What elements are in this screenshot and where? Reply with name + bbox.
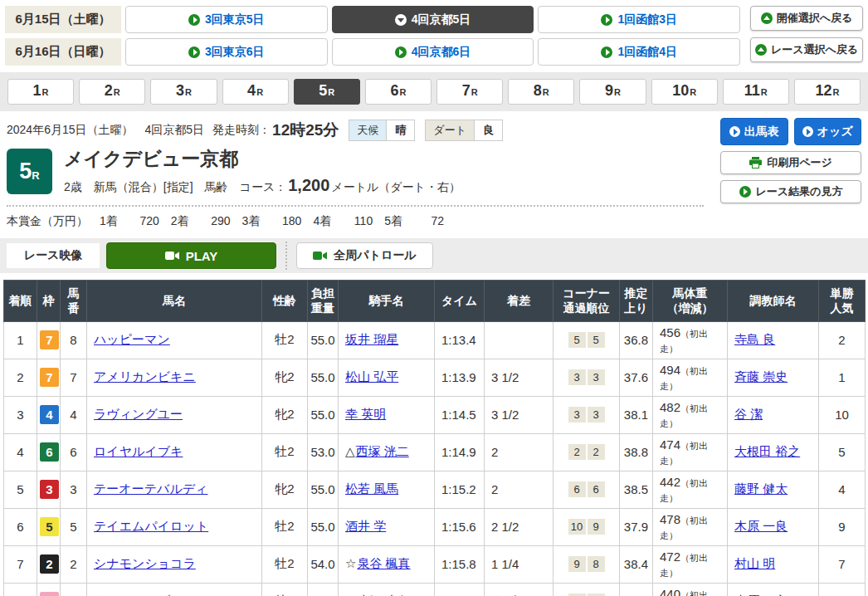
- carried-weight: 54.0: [308, 583, 339, 596]
- corner-position: 6: [588, 481, 605, 497]
- sex-age: 牡2: [262, 508, 308, 545]
- play-label: PLAY: [186, 249, 218, 263]
- horse-name-cell: シナモンショコラ: [87, 545, 262, 583]
- jockey-name-link[interactable]: 松若 風馬: [345, 481, 398, 496]
- horse-weight-value: 472: [660, 550, 680, 564]
- horse-name-link[interactable]: アメリカンビキニ: [94, 369, 196, 383]
- race-tab-number: 5: [319, 82, 327, 100]
- arrow-right-icon: [729, 126, 740, 137]
- race-tab-8R[interactable]: 8R: [508, 79, 574, 105]
- jockey-name-link[interactable]: 松山 弘平: [345, 369, 398, 383]
- trainer-name-link[interactable]: 谷 潔: [734, 407, 763, 421]
- estimated-last-3f: 38.5: [620, 471, 653, 508]
- horse-name-link[interactable]: ラヴィングユー: [94, 407, 183, 421]
- jockey-cell: 松山 弘平: [339, 359, 435, 396]
- horse-weight-value: 474: [660, 437, 680, 452]
- result-row: 722シナモンショコラ牡254.0☆泉谷 楓真1:15.81 1/49838.4…: [4, 545, 866, 583]
- finish-position: 7: [4, 545, 37, 583]
- jockey-name-link[interactable]: 幸 英明: [345, 407, 386, 421]
- trainer-name-link[interactable]: 寺島 良: [734, 332, 775, 346]
- race-tab-5R[interactable]: 5R: [294, 79, 360, 105]
- start-time-label: 発走時刻：: [212, 123, 271, 138]
- entries-label: 出馬表: [744, 125, 779, 139]
- meeting-button[interactable]: 4回京都6日: [332, 38, 534, 66]
- race-tab-suffix: R: [761, 87, 768, 97]
- meeting-button[interactable]: 3回東京6日: [125, 38, 328, 66]
- meeting-button[interactable]: 3回東京5日: [125, 6, 328, 33]
- horse-number: 7: [61, 359, 87, 396]
- prize-label: 本賞金（万円）: [7, 214, 88, 229]
- estimated-last-3f: 38.8: [620, 433, 653, 471]
- trainer-name-link[interactable]: 大根田 裕之: [734, 444, 800, 458]
- arrow-right-icon: [601, 46, 612, 58]
- trainer-name-link[interactable]: 藤野 健太: [734, 481, 788, 496]
- race-tab-11R[interactable]: 11R: [723, 79, 789, 105]
- prize-money-line: 本賞金（万円） 1着720 2着290 3着180 4着110 5着72: [7, 205, 704, 229]
- horse-number: 4: [61, 396, 87, 433]
- trainer-cell: 寺島 良: [728, 321, 819, 359]
- carried-weight: 53.0: [308, 433, 339, 471]
- corner-position: 3: [588, 407, 605, 423]
- horse-name-link[interactable]: テーオーテバルディ: [94, 481, 207, 496]
- meeting-button[interactable]: 1回函館3日: [538, 6, 740, 33]
- carried-weight: 54.0: [308, 545, 339, 583]
- print-page-button[interactable]: 印刷用ページ: [720, 151, 861, 174]
- carried-weight: 55.0: [308, 471, 339, 508]
- back-to-meeting-select-button[interactable]: 開催選択へ戻る: [750, 6, 863, 31]
- horse-name-link[interactable]: ハッピーマン: [94, 332, 170, 346]
- jockey-cell: 幸 英明: [339, 396, 435, 433]
- prize-1: 1着720: [100, 214, 159, 229]
- sex-age: 牡2: [262, 545, 308, 583]
- horse-number: 8: [61, 321, 87, 359]
- start-time-value: 12時25分: [272, 120, 339, 141]
- trainer-name-link[interactable]: 木原 一良: [734, 519, 788, 533]
- jockey-name-link[interactable]: 西塚 洸二: [356, 444, 409, 458]
- race-tab-1R[interactable]: 1R: [7, 79, 74, 105]
- jockey-name-link[interactable]: 坂井 瑠星: [345, 332, 398, 346]
- race-tab-7R[interactable]: 7R: [436, 79, 503, 105]
- patrol-video-button[interactable]: 全周パトロール: [296, 242, 433, 269]
- win-popularity: 2: [819, 321, 866, 359]
- horse-weight-value: 456: [660, 325, 680, 340]
- horse-name-cell: テーオーテバルディ: [87, 471, 262, 508]
- jockey-name-link[interactable]: 泉谷 楓真: [357, 556, 410, 570]
- race-tab-3R[interactable]: 3R: [150, 79, 217, 105]
- horse-name-link[interactable]: シナモンショコラ: [94, 556, 196, 570]
- video-bar-divider: [285, 242, 287, 270]
- race-title-block: メイクデビュー京都 2歳 新馬（混合）[指定] 馬齢 コース： 1,200 メー…: [64, 149, 461, 195]
- race-video-play-button[interactable]: PLAY: [106, 242, 276, 269]
- race-tab-2R[interactable]: 2R: [79, 79, 145, 105]
- horse-name-link[interactable]: テイエムパイロット: [94, 519, 208, 533]
- horse-name-link[interactable]: ロイヤルイブキ: [94, 444, 183, 458]
- result-row: 533テーオーテバルディ牝255.0松若 風馬1:15.226638.5442（…: [4, 471, 866, 508]
- frame-badge: 2: [40, 554, 59, 574]
- race-tab-12R[interactable]: 12R: [794, 79, 861, 105]
- back-to-race-select-button[interactable]: レース選択へ戻る: [750, 37, 863, 62]
- frame-cell: 5: [37, 508, 61, 545]
- race-results-table: 着順枠馬番馬名性齢負担重量騎手名タイム着差コーナー通過順位推定上り馬体重（増減）…: [3, 280, 866, 596]
- course-distance: 1,200: [288, 176, 329, 195]
- meeting-button[interactable]: 1回函館4日: [538, 38, 740, 66]
- trainer-name-link[interactable]: 斉藤 崇史: [734, 369, 788, 383]
- odds-button[interactable]: オッズ: [794, 118, 862, 145]
- sex-age: 牝2: [262, 471, 308, 508]
- horse-weight-value: 482: [660, 400, 680, 414]
- header-row: 着順枠馬番馬名性齢負担重量騎手名タイム着差コーナー通過順位推定上り馬体重（増減）…: [4, 281, 866, 321]
- meeting-label: 3回東京6日: [205, 45, 265, 60]
- frame-badge: 3: [40, 480, 59, 499]
- jockey-name-link[interactable]: 酒井 学: [345, 519, 386, 533]
- trainer-name-link[interactable]: 村山 明: [734, 556, 775, 570]
- race-tab-4R[interactable]: 4R: [222, 79, 289, 105]
- margin: 3 1/2: [485, 396, 553, 433]
- race-tab-suffix: R: [42, 87, 49, 97]
- meeting-button[interactable]: 4回京都5日: [332, 6, 534, 33]
- trainer-cell: 大根田 裕之: [728, 433, 819, 471]
- corner-position: 3: [588, 369, 605, 385]
- race-tab-6R[interactable]: 6R: [365, 79, 432, 105]
- estimated-last-3f: 37.9: [620, 508, 653, 545]
- race-tab-suffix: R: [543, 87, 549, 97]
- entries-button[interactable]: 出馬表: [720, 118, 788, 145]
- race-tab-10R[interactable]: 10R: [651, 79, 718, 105]
- race-tab-9R[interactable]: 9R: [579, 79, 646, 105]
- results-guide-button[interactable]: レース結果の見方: [720, 180, 861, 203]
